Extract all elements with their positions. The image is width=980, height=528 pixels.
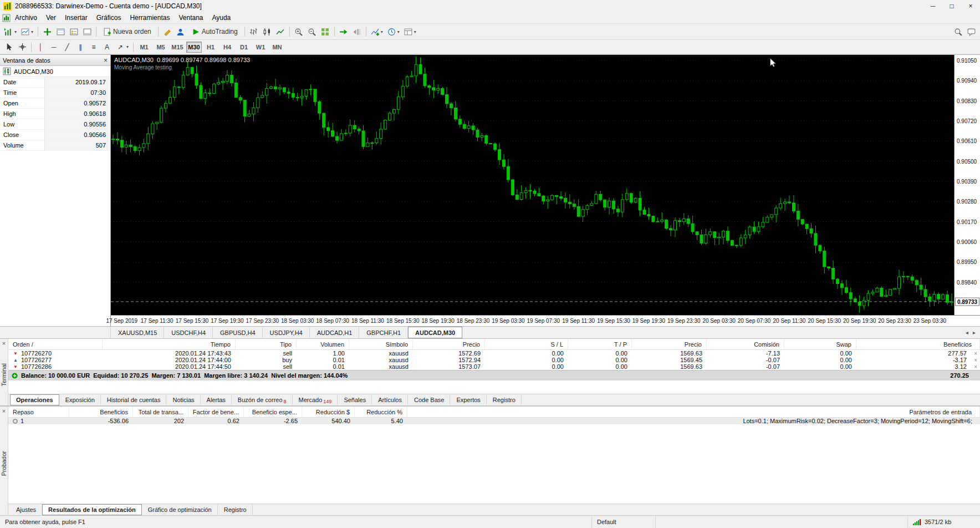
chart-bars-button[interactable] <box>247 26 261 38</box>
timeframe-button[interactable]: D1 <box>236 42 252 53</box>
close-order-icon[interactable]: × <box>974 351 977 357</box>
order-row[interactable]: ▼107726286 2020.01.24 17:44:50 sell 0.01… <box>8 363 980 370</box>
horizontal-line-tool-button[interactable]: ─ <box>47 41 60 53</box>
chart-tab[interactable]: USDJPY,H4 <box>263 327 310 338</box>
timeframe-button[interactable]: M30 <box>186 42 202 53</box>
chart-tab[interactable]: GBPCHF,H1 <box>359 327 408 338</box>
column-header[interactable]: Precio <box>413 339 485 349</box>
chart-shift-button[interactable] <box>350 26 364 38</box>
terminal-tab[interactable]: Mercado149 <box>293 394 338 405</box>
cursor-tool-button[interactable] <box>2 41 16 53</box>
tester-tab[interactable]: Ajustes <box>10 504 42 515</box>
periods-button[interactable]: ▾ <box>385 26 402 38</box>
column-header[interactable]: Beneficios <box>69 407 133 417</box>
column-header[interactable]: Símbolo <box>349 339 413 349</box>
chart-tab[interactable]: GBPUSD,H4 <box>213 327 263 338</box>
column-header[interactable]: Volumen <box>297 339 349 349</box>
menu-item[interactable]: Ventana <box>174 13 207 23</box>
timeframe-button[interactable]: W1 <box>253 42 268 53</box>
optimization-pass-row[interactable]: 1 -536.06 202 0.62 -2.65 540.40 5.40 Lot… <box>8 418 980 424</box>
menu-item[interactable]: Archivo <box>11 13 42 23</box>
terminal-tab[interactable]: Noticias <box>166 394 200 405</box>
price-chart[interactable]: AUDCAD,M30 0.89699 0.89747 0.89698 0.897… <box>111 55 954 315</box>
column-header[interactable]: Tipo <box>236 339 297 349</box>
scroll-left-icon[interactable]: ◂ <box>966 329 968 336</box>
column-header[interactable]: Precio <box>632 339 707 349</box>
column-header[interactable]: Beneficios <box>856 339 980 349</box>
close-icon[interactable]: × <box>104 57 108 64</box>
terminal-tab[interactable]: Alertas <box>201 394 232 405</box>
search-button[interactable] <box>951 26 964 38</box>
tester-tab[interactable]: Gráfico de optimización <box>142 504 218 515</box>
price-axis[interactable]: 0.910500.909400.908300.907200.906100.905… <box>954 55 980 315</box>
arrows-tool-button[interactable]: ↗▾ <box>114 41 131 53</box>
time-axis[interactable]: 17 Sep 201917 Sep 11:3017 Sep 15:3017 Se… <box>111 315 980 326</box>
column-header[interactable]: Parámetros de entrada <box>407 407 980 417</box>
close-order-icon[interactable]: × <box>974 364 977 370</box>
timeframe-button[interactable]: M5 <box>153 42 169 53</box>
column-header[interactable]: Comisión <box>707 339 784 349</box>
profiles-button[interactable]: ▾ <box>19 26 35 38</box>
chat-button[interactable] <box>964 26 978 38</box>
tile-windows-button[interactable] <box>319 26 332 38</box>
close-button[interactable]: × <box>961 0 980 12</box>
terminal-tab[interactable]: Señales <box>338 394 372 405</box>
market-watch-button[interactable] <box>40 26 54 38</box>
chart-tab[interactable]: USDCHF,H4 <box>164 327 213 338</box>
zoom-in-button[interactable] <box>292 26 305 38</box>
menu-item[interactable]: Insertar <box>60 13 92 23</box>
terminal-tab[interactable]: Operaciones <box>10 394 59 405</box>
timeframe-button[interactable]: H4 <box>220 42 235 53</box>
indicators-button[interactable]: ▾ <box>369 26 385 38</box>
column-header[interactable]: Total de transa... <box>133 407 188 417</box>
terminal-tab[interactable]: Historial de cuentas <box>101 394 167 405</box>
timeframe-button[interactable]: MN <box>269 42 285 53</box>
terminal-tab[interactable]: Expertos <box>450 394 486 405</box>
order-row[interactable]: ▼107726270 2020.01.24 17:43:43 sell 1.00… <box>8 350 980 357</box>
terminal-tab[interactable]: Registro <box>487 394 522 405</box>
menu-item[interactable]: Ver <box>42 13 60 23</box>
scroll-right-icon[interactable]: ▸ <box>973 329 976 336</box>
column-header[interactable]: Swap <box>784 339 856 349</box>
column-header[interactable]: Tiempo <box>103 339 236 349</box>
chart-line-button[interactable] <box>274 26 287 38</box>
data-window-button[interactable] <box>54 26 67 38</box>
close-tester-icon[interactable]: × <box>2 408 6 414</box>
zoom-out-button[interactable] <box>305 26 319 38</box>
fibonacci-tool-button[interactable]: ≡ <box>87 41 100 53</box>
community-button[interactable] <box>174 26 187 38</box>
crosshair-tool-button[interactable] <box>16 41 29 53</box>
metaeditor-button[interactable] <box>161 26 174 38</box>
column-header[interactable]: Orden / <box>8 339 103 349</box>
text-tool-button[interactable]: A <box>100 41 114 53</box>
close-order-icon[interactable]: × <box>974 357 977 363</box>
column-header[interactable]: Reducción $ <box>302 407 355 417</box>
timeframe-button[interactable]: M15 <box>170 42 185 53</box>
templates-button[interactable]: ▾ <box>402 26 418 38</box>
column-header[interactable]: Beneficio espe... <box>244 407 302 417</box>
chart-menu-icon[interactable] <box>2 14 11 22</box>
menu-item[interactable]: Gráficos <box>92 13 126 23</box>
chart-tab[interactable]: AUDCAD,H1 <box>310 327 360 338</box>
timeframe-button[interactable]: M1 <box>136 42 152 53</box>
column-header[interactable]: T / P <box>568 339 632 349</box>
auto-scroll-button[interactable] <box>337 26 350 38</box>
timeframe-button[interactable]: H1 <box>203 42 218 53</box>
autotrading-button[interactable]: AutoTrading <box>187 26 242 38</box>
menu-item[interactable]: Ayuda <box>207 13 235 23</box>
column-header[interactable]: Reducción % <box>355 407 407 417</box>
column-header[interactable]: Repaso <box>8 407 69 417</box>
maximize-button[interactable]: □ <box>942 0 961 12</box>
tester-tab[interactable]: Registro <box>218 504 253 515</box>
minimize-button[interactable]: ─ <box>923 0 942 12</box>
menu-item[interactable]: Herramientas <box>125 13 174 23</box>
close-terminal-icon[interactable]: × <box>2 341 6 346</box>
new-chart-button[interactable]: ▾ <box>2 26 19 38</box>
chart-tab[interactable]: AUDCAD,M30 <box>408 327 462 338</box>
navigator-button[interactable] <box>67 26 80 38</box>
tester-tab[interactable]: Resultados de la optimización <box>42 504 142 515</box>
column-header[interactable]: S / L <box>485 339 568 349</box>
terminal-button[interactable] <box>80 26 94 38</box>
terminal-tab[interactable]: Artículos <box>372 394 408 405</box>
terminal-tab[interactable]: Code Base <box>408 394 450 405</box>
